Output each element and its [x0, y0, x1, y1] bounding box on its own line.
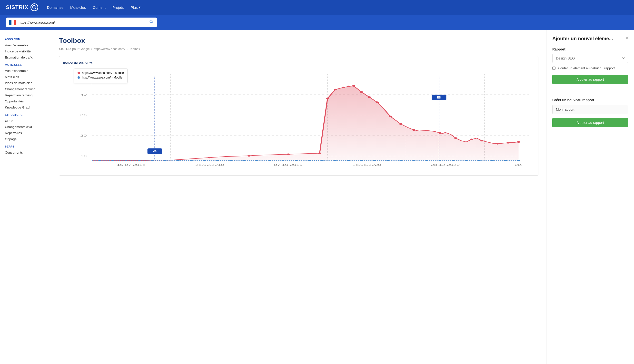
svg-point-51	[151, 160, 154, 161]
svg-text:16.07.2018: 16.07.2018	[117, 163, 146, 166]
right-panel: Ajouter un nouvel éléme... ✕ Rapport Des…	[546, 30, 634, 364]
svg-point-59	[256, 160, 258, 161]
add-debut-checkbox[interactable]	[552, 66, 556, 70]
sidebar-item-repertoires[interactable]: Répertoires	[0, 130, 51, 136]
svg-text:A: A	[152, 150, 157, 153]
svg-line-3	[152, 22, 154, 24]
add-debut-label: Ajouter un élément au début du rapport	[558, 66, 615, 70]
nav-content[interactable]: Content	[93, 5, 106, 10]
svg-point-78	[504, 160, 507, 161]
svg-text:18.05.2020: 18.05.2020	[352, 163, 381, 166]
svg-point-33	[360, 91, 363, 93]
chart-legend: https://www.asos.com/ - Mobile http://ww…	[74, 68, 128, 83]
svg-point-27	[318, 152, 321, 154]
nav-plus[interactable]: Plus ▾	[131, 5, 141, 10]
rapport-select[interactable]: Design SEO Rapport 2 Rapport 3	[552, 54, 628, 63]
sidebar-item-mots-cles[interactable]: Mots-clés	[0, 74, 51, 80]
breadcrumb-sistrix: SISTRIX pour Google	[59, 47, 90, 51]
svg-point-26	[287, 154, 290, 155]
svg-point-35	[376, 102, 379, 103]
svg-text:28.12.2020: 28.12.2020	[431, 163, 460, 166]
sidebar-item-changements-url[interactable]: Changements d'URL	[0, 124, 51, 130]
search-input[interactable]	[18, 20, 147, 24]
svg-point-47	[98, 160, 101, 161]
sidebar-item-idees-mots[interactable]: Idées de mots clés	[0, 80, 51, 86]
nav-domaines[interactable]: Domaines	[47, 5, 64, 10]
svg-point-63	[308, 160, 311, 161]
nav-mots-cles[interactable]: Mots-clés	[70, 5, 86, 10]
svg-point-57	[230, 160, 232, 161]
svg-line-1	[35, 8, 36, 9]
svg-text:40: 40	[80, 93, 86, 96]
logo[interactable]: SISTRIX	[6, 4, 38, 11]
sidebar-item-estimation-trafic[interactable]: Estimation de trafic	[0, 54, 51, 60]
sidebar-item-indice-visibilite[interactable]: Indice de visibilité	[0, 48, 51, 54]
rapport-label: Rapport	[552, 47, 628, 51]
sidebar-item-concurrents[interactable]: Concurrents	[0, 150, 51, 156]
sidebar-item-knowledge-graph[interactable]: Knowledge Graph	[0, 104, 51, 110]
svg-point-46	[517, 141, 520, 143]
main-layout: ASOS.COM Vue d'ensemble Indice de visibi…	[0, 30, 634, 364]
new-rapport-input[interactable]	[552, 105, 628, 114]
plus-chevron-icon: ▾	[139, 5, 141, 10]
breadcrumb-sep-2: ›	[126, 47, 128, 51]
svg-point-45	[506, 142, 510, 143]
panel-title: Ajouter un nouvel éléme...	[552, 36, 628, 42]
sidebar-item-vue-ensemble-mots[interactable]: Vue d'ensemble	[0, 68, 51, 74]
svg-point-42	[470, 139, 473, 140]
logo-text: SISTRIX	[6, 4, 28, 10]
svg-point-37	[399, 123, 402, 125]
svg-point-77	[491, 160, 494, 161]
sidebar-section-serps: SERPS	[0, 142, 51, 150]
svg-point-62	[295, 160, 298, 161]
svg-text:07.10.2019: 07.10.2019	[274, 163, 302, 166]
sidebar-section-structure: STRUCTURE	[0, 110, 51, 118]
svg-point-32	[352, 85, 355, 86]
svg-point-44	[496, 143, 499, 144]
svg-point-67	[360, 160, 363, 161]
legend-dot-blue	[78, 76, 80, 79]
svg-point-50	[138, 160, 140, 161]
svg-point-71	[412, 160, 415, 161]
chart-title: Indice de visibilité	[63, 61, 534, 65]
svg-text:20: 20	[80, 134, 86, 137]
search-container	[6, 18, 157, 27]
svg-point-55	[203, 160, 206, 161]
breadcrumb: SISTRIX pour Google › https://www.asos.c…	[59, 47, 538, 51]
svg-point-34	[368, 96, 371, 98]
svg-point-68	[373, 160, 376, 161]
add-rapport-button[interactable]: Ajouter au rapport	[552, 75, 628, 84]
svg-point-54	[190, 160, 193, 161]
chart-svg: 10 20 30 40 16.07.2018 25.02.2019 07.10.…	[63, 69, 534, 172]
svg-point-72	[426, 160, 428, 161]
sidebar-item-onpage[interactable]: Onpage	[0, 136, 51, 142]
top-navigation: SISTRIX Domaines Mots-clés Content Proje…	[0, 0, 634, 15]
svg-point-58	[242, 160, 245, 161]
svg-text:25.02.2019: 25.02.2019	[195, 163, 224, 166]
svg-point-31	[347, 86, 350, 87]
sidebar-item-changement-ranking[interactable]: Changement ranking	[0, 86, 51, 92]
svg-point-29	[334, 89, 337, 90]
chart-container: Indice de visibilité https://www.asos.co…	[59, 56, 538, 176]
svg-point-53	[177, 160, 180, 161]
close-button[interactable]: ✕	[625, 35, 629, 41]
sidebar-item-repartition-ranking[interactable]: Répartition ranking	[0, 92, 51, 98]
sidebar: ASOS.COM Vue d'ensemble Indice de visibi…	[0, 30, 51, 364]
checkbox-row: Ajouter un élément au début du rapport	[552, 66, 628, 70]
breadcrumb-url: https://www.asos.com/	[94, 47, 125, 51]
panel-divider	[552, 93, 628, 93]
svg-point-38	[412, 129, 416, 131]
nav-projets[interactable]: Projets	[112, 5, 124, 10]
legend-dot-red	[78, 72, 80, 74]
sidebar-item-vue-ensemble-asos[interactable]: Vue d'ensemble	[0, 42, 51, 48]
svg-point-66	[347, 160, 350, 161]
search-icon[interactable]	[149, 20, 154, 25]
svg-point-24	[208, 157, 212, 158]
svg-point-30	[342, 86, 345, 88]
svg-point-36	[389, 116, 392, 117]
svg-point-43	[480, 140, 484, 142]
svg-point-60	[269, 160, 272, 161]
sidebar-item-urls[interactable]: URLs	[0, 118, 51, 124]
create-rapport-button[interactable]: Ajouter au rapport	[552, 118, 628, 127]
sidebar-item-opportunites[interactable]: Opportunités	[0, 98, 51, 104]
